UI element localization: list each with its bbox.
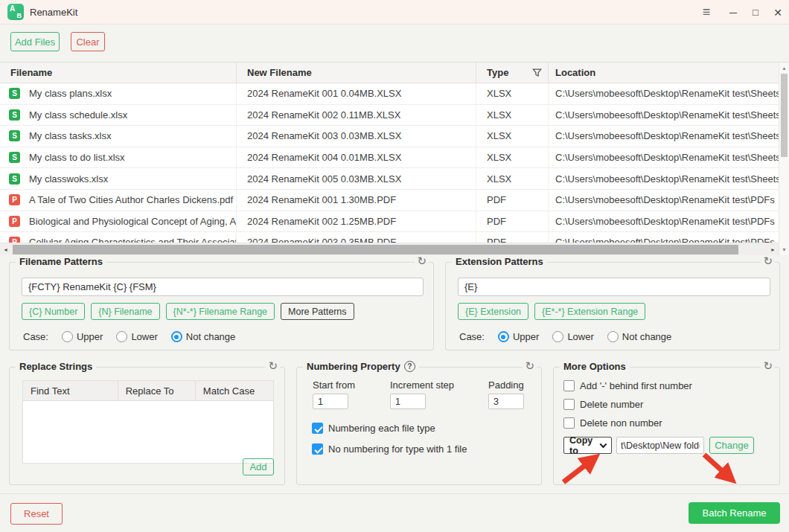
clear-button[interactable]: Clear [71,32,105,51]
start-from-label: Start from [313,379,355,391]
radio-lower-label: Lower [567,331,593,342]
extension-range-pattern-button[interactable]: {E*-*} Extension Range [534,303,645,320]
batch-rename-button[interactable]: Batch Rename [689,502,780,524]
horizontal-scroll-thumb[interactable] [13,245,738,254]
table-row[interactable]: SMy class plans.xlsx 2024 RenameKit 001 … [0,83,789,105]
radio-not-change[interactable] [607,331,619,342]
maximize-icon[interactable]: □ [744,0,767,25]
close-icon[interactable]: ✕ [767,0,789,25]
padding-input[interactable] [488,394,524,409]
table-row[interactable]: SMy class schedule.xlsx 2024 RenameKit 0… [0,105,789,126]
more-options-panel: More Options ↻ Add '-' behind first numb… [553,367,780,485]
location-cell: C:\Users\mobeesoft\Desktop\RenameKit tes… [549,83,779,104]
menu-icon[interactable]: ≡ [695,0,718,25]
radio-not-change[interactable] [171,331,182,342]
scroll-down-icon[interactable]: ▼ [779,245,789,254]
pdf-file-icon: P [9,194,20,205]
add-replace-button[interactable]: Add [243,458,274,475]
numbering-each-type-label: Numbering each file type [328,423,435,434]
filename-pattern-input[interactable] [22,278,424,296]
no-numbering-single-checkbox[interactable] [312,443,323,455]
radio-not-change-label: Not change [622,331,672,342]
extension-pattern-input[interactable] [458,278,770,296]
padding-label: Padding [488,379,524,391]
table-row[interactable]: PBiological and Physiological Concept of… [0,211,789,233]
column-header-new-filename[interactable]: New Filename [237,63,476,83]
destination-path-input[interactable] [616,437,704,454]
type-cell: XLSX [476,126,549,147]
filename-patterns-panel: Filename Patterns ↻ {C} Number {N} Filen… [9,262,434,350]
pdf-file-icon: P [9,216,20,227]
help-icon[interactable]: ? [404,361,415,372]
type-cell: XLSX [476,147,549,168]
more-patterns-button[interactable]: More Patterns [281,303,354,320]
copy-to-select[interactable]: Copy to [563,437,612,454]
app-logo-icon: A B [7,4,24,20]
radio-lower[interactable] [552,331,563,342]
new-filename-cell: 2024 RenameKit 002 0.11MB.XLSX [237,105,476,126]
radio-upper[interactable] [498,331,509,342]
column-header-type[interactable]: Type [476,63,549,83]
case-label: Case: [459,331,485,342]
location-cell: C:\Users\mobeesoft\Desktop\RenameKit tes… [549,105,779,126]
refresh-icon[interactable]: ↻ [761,255,775,267]
increment-step-label: Increment step [390,379,454,391]
type-cell: PDF [476,190,549,211]
xlsx-file-icon: S [9,109,20,121]
type-cell: XLSX [476,83,549,104]
column-header-filename[interactable]: Filename [0,63,237,83]
add-files-button[interactable]: Add Files [10,32,60,51]
start-from-input[interactable] [313,394,348,409]
filename-cell: My class to do list.xlsx [29,152,125,163]
find-text-header: Find Text [23,381,118,400]
replace-strings-panel: Replace Strings ↻ Find Text Replace To M… [9,367,285,485]
horizontal-scrollbar[interactable]: ◄ ► [0,243,779,255]
no-numbering-single-label: No numbering for type with 1 file [328,443,467,455]
table-row[interactable]: SMy class to do list.xlsx 2024 RenameKit… [0,147,789,169]
refresh-icon[interactable]: ↻ [415,255,429,267]
radio-upper[interactable] [62,331,73,342]
filename-range-pattern-button[interactable]: {N*-*} Filename Range [166,303,275,320]
filename-pattern-button[interactable]: {N} Filename [91,303,159,320]
location-cell: C:\Users\mobeesoft\Desktop\RenameKit tes… [549,126,779,147]
extension-patterns-legend: Extension Patterns [452,256,547,267]
replace-strings-table: Find Text Replace To Match Case [22,380,274,464]
number-pattern-button[interactable]: {C} Number [22,303,85,320]
new-filename-cell: 2024 RenameKit 005 0.03MB.XLSX [237,168,476,189]
scroll-right-icon[interactable]: ► [767,243,779,255]
type-cell: PDF [476,211,549,232]
refresh-icon[interactable]: ↻ [523,360,537,372]
table-row[interactable]: PA Tale of Two Cities Author Charles Dic… [0,190,789,211]
table-row[interactable]: SMy class tasks.xlsx 2024 RenameKit 003 … [0,126,789,147]
radio-upper-label: Upper [513,331,539,342]
reset-button[interactable]: Reset [10,503,63,525]
increment-step-input[interactable] [390,394,426,409]
delete-non-number-checkbox[interactable] [563,417,575,429]
table-row[interactable]: SMy classwoks.xlsx 2024 RenameKit 005 0.… [0,168,789,190]
match-case-header: Match Case [196,381,273,400]
numbering-each-type-checkbox[interactable] [312,423,323,434]
refresh-icon[interactable]: ↻ [761,360,775,372]
change-button[interactable]: Change [709,437,754,454]
minimize-icon[interactable]: ─ [722,0,744,25]
vertical-scroll-thumb[interactable] [781,74,788,157]
radio-lower[interactable] [116,331,127,342]
filename-patterns-legend: Filename Patterns [16,256,106,267]
column-header-location[interactable]: Location [549,63,779,83]
title-bar: A B RenameKit ≡ ─ □ ✕ [0,0,789,25]
add-dash-checkbox[interactable] [563,380,575,391]
delete-non-number-label: Delete non number [580,417,662,429]
extension-pattern-button[interactable]: {E} Extension [458,303,528,320]
copy-to-value: Copy to [569,435,601,456]
scroll-left-icon[interactable]: ◄ [0,243,11,255]
scroll-up-icon[interactable]: ▲ [779,63,789,73]
filename-cell: My class schedule.xlsx [29,109,127,121]
xlsx-file-icon: S [9,88,20,99]
file-table: Filename New Filename Type Location SMy … [0,62,789,255]
vertical-scrollbar[interactable]: ▲ ▼ [779,63,789,255]
refresh-icon[interactable]: ↻ [266,360,280,372]
location-cell: C:\Users\mobeesoft\Desktop\RenameKit tes… [549,147,779,168]
new-filename-cell: 2024 RenameKit 002 1.25MB.PDF [237,211,476,232]
delete-number-checkbox[interactable] [563,399,575,410]
filter-icon[interactable] [532,68,542,80]
